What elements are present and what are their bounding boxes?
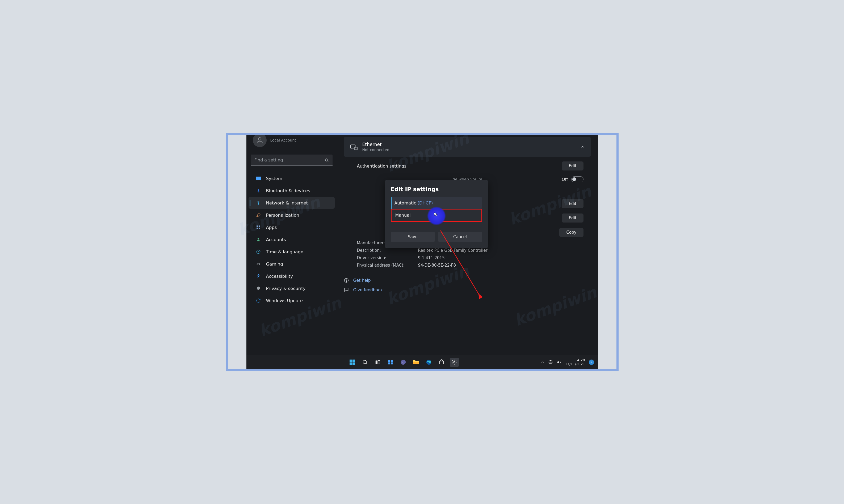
svg-rect-3 xyxy=(256,177,261,180)
access-icon xyxy=(256,273,261,279)
copy-button[interactable]: Copy xyxy=(559,228,583,237)
ethernet-title: Ethernet xyxy=(362,142,575,147)
system-icon xyxy=(256,176,261,181)
toggle-label: Off xyxy=(562,177,568,182)
taskbar-right: 14:28 17/11/2021 2 xyxy=(541,358,594,366)
user-account-block[interactable]: Local Account xyxy=(246,133,337,152)
svg-point-1 xyxy=(325,159,327,161)
clock-date: 17/11/2021 xyxy=(565,362,585,366)
sidebar-nav: SystemBluetooth & devicesNetwork & inter… xyxy=(246,173,337,306)
svg-rect-5 xyxy=(257,226,258,227)
svg-rect-31 xyxy=(389,362,390,364)
svg-point-0 xyxy=(258,138,261,140)
svg-point-19 xyxy=(346,282,346,282)
sidebar-item-label: Accounts xyxy=(266,237,286,242)
dialog-title: Edit IP settings xyxy=(391,186,482,193)
ethernet-icon xyxy=(349,143,358,151)
sidebar-item-label: Personalization xyxy=(266,213,299,218)
update-icon xyxy=(256,298,261,304)
auth-settings-row: Authentication settings Edit xyxy=(344,157,591,175)
dns-edit-button[interactable]: Edit xyxy=(562,214,583,222)
start-button[interactable] xyxy=(348,358,357,367)
detail-value: 9.1.411.2015 xyxy=(418,255,584,260)
svg-point-14 xyxy=(258,274,259,275)
apps-icon xyxy=(256,224,261,230)
sidebar-item-apps[interactable]: Apps xyxy=(248,221,335,233)
task-view-icon[interactable] xyxy=(373,358,382,367)
detail-key: Physical address (MAC): xyxy=(357,263,413,268)
auth-edit-button[interactable]: Edit xyxy=(562,161,583,170)
screenshot-frame: Local Account SystemBluetooth & devicesN… xyxy=(226,133,619,371)
sidebar-item-privacy-security[interactable]: Privacy & security xyxy=(248,283,335,294)
detail-key: Description: xyxy=(357,248,413,253)
sidebar-item-bluetooth-devices[interactable]: Bluetooth & devices xyxy=(248,185,335,197)
clock-icon xyxy=(256,249,261,255)
svg-line-26 xyxy=(366,363,367,364)
auth-label: Authentication settings xyxy=(357,164,407,168)
give-feedback-link[interactable]: Give feedback xyxy=(344,287,591,293)
store-icon[interactable] xyxy=(437,358,446,367)
user-type: Local Account xyxy=(270,138,296,142)
sidebar-item-personalization[interactable]: Personalization xyxy=(248,209,335,221)
detail-key: Driver version: xyxy=(357,255,413,260)
search-wrap xyxy=(251,155,332,166)
svg-line-2 xyxy=(327,161,328,162)
file-explorer-icon[interactable] xyxy=(412,358,420,367)
svg-point-9 xyxy=(258,238,259,239)
volume-tray-icon[interactable] xyxy=(557,360,562,365)
svg-rect-32 xyxy=(391,362,393,364)
feedback-icon xyxy=(344,287,349,293)
sidebar-item-label: Gaming xyxy=(266,262,283,267)
sidebar-item-accessibility[interactable]: Accessibility xyxy=(248,270,335,282)
sidebar-item-gaming[interactable]: Gaming xyxy=(248,258,335,270)
sidebar-item-time-language[interactable]: Time & language xyxy=(248,246,335,257)
avatar-icon xyxy=(253,133,266,147)
svg-rect-30 xyxy=(391,360,393,362)
sidebar-item-label: Bluetooth & devices xyxy=(266,188,310,193)
detail-value: 94-DE-80-5E-22-F8 xyxy=(418,263,584,268)
sidebar-item-network-internet[interactable]: Network & internet xyxy=(248,197,335,209)
svg-rect-29 xyxy=(389,360,390,362)
metered-toggle[interactable] xyxy=(571,176,584,182)
svg-point-4 xyxy=(258,204,258,204)
taskbar-search-icon[interactable] xyxy=(360,358,369,367)
cursor-icon xyxy=(434,212,438,217)
get-help-link[interactable]: Get help xyxy=(344,278,591,283)
help-links: Get help Give feedback xyxy=(344,278,591,293)
edge-icon[interactable] xyxy=(424,358,433,367)
give-feedback-label: Give feedback xyxy=(353,288,383,292)
search-input[interactable] xyxy=(251,155,332,166)
save-button[interactable]: Save xyxy=(391,232,435,242)
cancel-button[interactable]: Cancel xyxy=(438,232,482,242)
sidebar-item-system[interactable]: System xyxy=(248,173,335,184)
svg-rect-16 xyxy=(354,147,357,150)
sidebar-item-label: Privacy & security xyxy=(266,286,306,291)
detail-value: Realtek PCIe GbE Family Controller xyxy=(418,248,584,253)
network-tray-icon[interactable] xyxy=(548,360,553,365)
svg-rect-24 xyxy=(352,362,355,365)
sidebar: Local Account SystemBluetooth & devicesN… xyxy=(246,133,337,355)
sidebar-item-label: Time & language xyxy=(266,249,304,254)
ip-edit-button[interactable]: Edit xyxy=(562,199,583,208)
ethernet-card[interactable]: Ethernet Not connected xyxy=(344,137,591,157)
widgets-icon[interactable] xyxy=(386,358,395,367)
svg-rect-34 xyxy=(413,362,419,364)
svg-rect-21 xyxy=(349,360,352,362)
notification-badge[interactable]: 2 xyxy=(589,360,594,365)
option-auto-dhcp: (DHCP) xyxy=(418,200,433,205)
chat-icon[interactable] xyxy=(399,358,408,367)
settings-icon[interactable] xyxy=(450,358,459,367)
settings-window: Local Account SystemBluetooth & devicesN… xyxy=(246,133,598,369)
sidebar-item-label: System xyxy=(266,176,282,181)
user-meta: Local Account xyxy=(270,138,296,142)
svg-rect-27 xyxy=(376,361,378,364)
svg-point-13 xyxy=(259,264,259,265)
svg-rect-7 xyxy=(257,228,258,229)
taskbar-clock[interactable]: 14:28 17/11/2021 xyxy=(565,358,585,366)
sidebar-item-windows-update[interactable]: Windows Update xyxy=(248,295,335,306)
taskbar-center xyxy=(266,358,541,367)
sidebar-item-accounts[interactable]: Accounts xyxy=(248,234,335,245)
option-automatic-dhcp[interactable]: Automatic (DHCP) xyxy=(391,197,482,209)
sidebar-item-label: Apps xyxy=(266,225,277,230)
tray-chevron-icon[interactable] xyxy=(541,360,545,364)
